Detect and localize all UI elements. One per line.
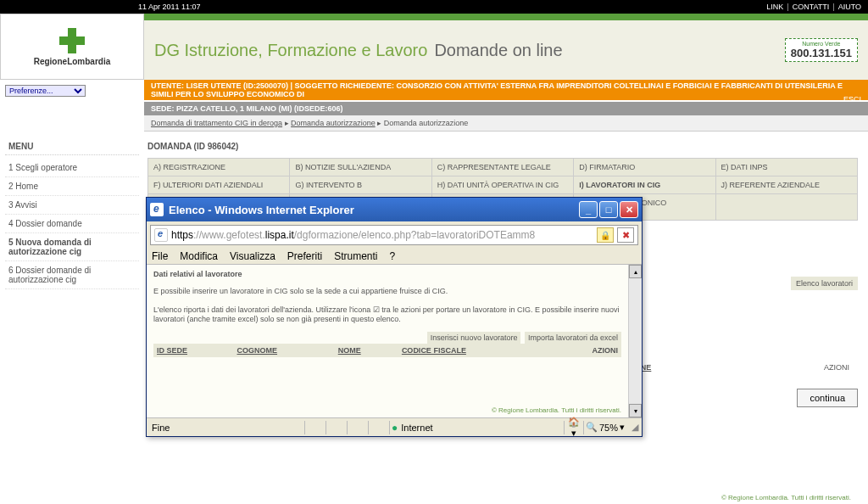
sidebar-title: MENU xyxy=(5,138,139,155)
status-text: Fine xyxy=(150,423,303,433)
ie-icon xyxy=(150,203,164,216)
tab-empty xyxy=(716,194,857,220)
phone-box: Numero Verde 800.131.151 xyxy=(785,38,858,62)
tab-f[interactable]: F) ULTERIORI DATI AZIENDALI xyxy=(148,176,289,193)
popup-title: Elenco - Windows Internet Explorer xyxy=(169,204,354,216)
minimize-button[interactable]: _ xyxy=(579,201,598,218)
th-azioni: AZIONI xyxy=(551,344,621,357)
crumb-2[interactable]: Domanda autorizzazione xyxy=(291,119,376,127)
separator: | xyxy=(832,3,834,11)
scrollbar[interactable]: ▴ ▾ xyxy=(628,265,642,417)
url-favicon-icon xyxy=(154,228,168,242)
datetime: 11 Apr 2011 11:07 xyxy=(138,3,201,11)
scroll-down-icon[interactable]: ▾ xyxy=(629,404,642,417)
tab-d[interactable]: D) FIRMATARIO xyxy=(574,159,715,176)
address-bar[interactable]: https://www.gefotest.lispa.it/dgformazio… xyxy=(150,225,638,245)
top-aiuto[interactable]: AIUTO xyxy=(838,3,861,11)
domanda-title: DOMANDA (ID 986042) xyxy=(147,142,858,151)
insert-worker-link[interactable]: Inserisci nuovo lavoratore xyxy=(427,332,521,344)
th-idsede[interactable]: ID SEDE xyxy=(153,344,234,357)
elenco-lavoratori-link[interactable]: Elenco lavoratori xyxy=(791,277,858,290)
col-azioni: AZIONI xyxy=(748,363,849,372)
tab-e[interactable]: E) DATI INPS xyxy=(716,159,857,176)
sede-bar: SEDE: PIZZA CATELLO, 1 MILANO (MI) (IDSE… xyxy=(144,102,868,115)
maximize-button[interactable]: □ xyxy=(599,201,618,218)
tab-h[interactable]: H) DATI UNITÀ OPERATIVA IN CIG xyxy=(432,176,573,193)
footer-copyright: © Regione Lombardia. Tutti i diritti ris… xyxy=(147,490,858,504)
tab-a[interactable]: A) REGISTRAZIONE xyxy=(148,159,289,176)
continua-button[interactable]: continua xyxy=(797,389,858,407)
import-excel-link[interactable]: Importa lavoratori da excel xyxy=(525,332,621,344)
close-button[interactable]: ✕ xyxy=(620,201,638,218)
refresh-icon[interactable]: ✖ xyxy=(617,227,634,243)
tab-b[interactable]: B) NOTIZIE SULL'AZIENDA xyxy=(290,159,431,176)
logo-text: RegioneLombardia xyxy=(34,57,111,66)
menu-help[interactable]: ? xyxy=(390,250,396,262)
menu-file[interactable]: File xyxy=(152,250,168,262)
logout-link[interactable]: ESCI xyxy=(843,95,861,104)
menu-strumenti[interactable]: Strumenti xyxy=(334,250,377,262)
sidebar: MENU 1 Scegli operatore 2 Home 3 Avvisi … xyxy=(0,132,144,504)
popup-copyright: © Regione Lombardia. Tutti i diritti ris… xyxy=(153,405,621,416)
crumb-1[interactable]: Domanda di trattamento CIG in deroga xyxy=(151,119,282,127)
phone-number: 800.131.151 xyxy=(791,47,852,59)
logo-icon xyxy=(59,28,85,53)
sidebar-item[interactable]: 1 Scegli operatore xyxy=(5,159,139,177)
logo: RegioneLombardia xyxy=(0,14,144,80)
phone-label: Numero Verde xyxy=(791,41,852,47)
tab-i-active[interactable]: I) LAVORATORI IN CIG xyxy=(574,176,715,193)
zoom-icon[interactable]: 🔍 xyxy=(586,422,598,433)
user-info-bar: UTENTE: LISER UTENTE (ID:2500070) | SOGG… xyxy=(144,80,868,100)
popup-titlebar[interactable]: Elenco - Windows Internet Explorer _ □ ✕ xyxy=(147,198,642,221)
sidebar-item[interactable]: 4 Dossier domande xyxy=(5,215,139,233)
protected-mode-icon[interactable]: 🏠▾ xyxy=(566,417,581,439)
th-cf[interactable]: CODICE FISCALE xyxy=(398,344,551,357)
tab-c[interactable]: C) RAPPRESENTANTE LEGALE xyxy=(432,159,573,176)
popup-status-bar: Fine ● Internet 🏠▾ 🔍 75% ▾ ◢ xyxy=(147,417,642,436)
checkbox-icon: ☑ xyxy=(373,305,380,314)
globe-icon: ● xyxy=(392,422,398,434)
tab-g[interactable]: G) INTERVENTO B xyxy=(290,176,431,193)
page-subtitle: Domande on line xyxy=(434,41,562,60)
url-text[interactable]: https://www.gefotest.lispa.it/dgformazio… xyxy=(171,229,597,242)
menu-visualizza[interactable]: Visualizza xyxy=(230,250,275,262)
popup-p2: L'elenco riporta i dati dei lavoratori d… xyxy=(153,305,621,325)
scroll-up-icon[interactable]: ▴ xyxy=(629,265,642,278)
popup-zoom[interactable]: 75% xyxy=(599,423,618,433)
sidebar-item[interactable]: 6 Dossier domande di autorizzazione cig xyxy=(5,261,139,289)
crumb-3: Domanda autorizzazione xyxy=(384,119,469,127)
lock-icon[interactable]: 🔒 xyxy=(597,227,614,243)
popup-section-title: Dati relativi al lavoratore xyxy=(153,270,621,278)
popup-zone: Internet xyxy=(401,423,432,433)
ie-menubar: File Modifica Visualizza Preferiti Strum… xyxy=(147,249,642,265)
workers-table: ID SEDE COGNOME NOME CODICE FISCALE AZIO… xyxy=(153,344,621,405)
menu-preferiti[interactable]: Preferiti xyxy=(287,250,322,262)
top-contatti[interactable]: CONTATTI xyxy=(793,3,830,11)
menu-modifica[interactable]: Modifica xyxy=(180,250,218,262)
sidebar-item[interactable]: 2 Home xyxy=(5,177,139,196)
th-nome[interactable]: NOME xyxy=(335,344,398,357)
sidebar-item[interactable]: 3 Avvisi xyxy=(5,196,139,215)
zoom-dropdown-icon[interactable]: ▾ xyxy=(620,422,625,433)
popup-window: Elenco - Windows Internet Explorer _ □ ✕… xyxy=(146,197,643,437)
th-cognome[interactable]: COGNOME xyxy=(234,344,335,357)
tab-j[interactable]: J) REFERENTE AZIENDALE xyxy=(716,176,857,193)
top-link[interactable]: LINK xyxy=(766,3,783,11)
popup-p1: E possibile inserire un lavoratore in CI… xyxy=(153,287,621,297)
resize-grip-icon[interactable]: ◢ xyxy=(626,422,638,433)
sidebar-item-active[interactable]: 5 Nuova domanda di autorizzazione cig xyxy=(5,233,139,261)
preferences-select[interactable]: Preferenze... xyxy=(5,85,86,97)
separator: | xyxy=(787,3,788,11)
page-title: DG Istruzione, Formazione e Lavoro xyxy=(154,41,427,60)
breadcrumb: Domanda di trattamento CIG in deroga ▸ D… xyxy=(144,115,868,132)
